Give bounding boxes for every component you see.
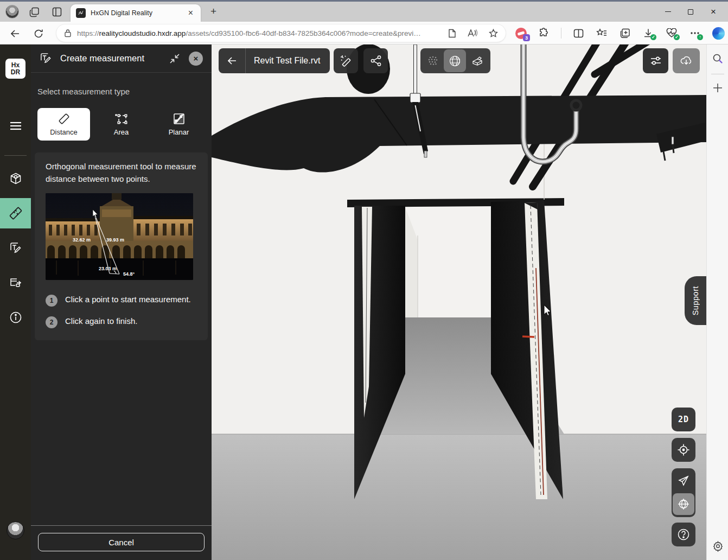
- red-measure-tick: [522, 336, 534, 337]
- hanger-rod: [414, 44, 417, 94]
- edge-sidebar-divider: [711, 74, 724, 74]
- page-document-icon[interactable]: [448, 29, 456, 38]
- measure-type-area[interactable]: Area: [95, 108, 148, 141]
- hxdr-logo[interactable]: Hx DR: [5, 59, 25, 79]
- browser-profile-avatar[interactable]: [5, 5, 19, 18]
- cancel-button[interactable]: Cancel: [38, 533, 205, 551]
- download-button[interactable]: [673, 48, 700, 73]
- sidebar-item-export[interactable]: [0, 268, 31, 298]
- tab-title: HxGN Digital Reality: [91, 9, 186, 17]
- new-tab-button[interactable]: +: [208, 5, 219, 17]
- measurement-example-image: 32.62 m 39.93 m 23.03 m 54.8°: [46, 193, 193, 280]
- measurement-panel-icon: [40, 52, 52, 65]
- copilot-icon[interactable]: [712, 27, 725, 40]
- sidebar-item-measure[interactable]: [0, 198, 31, 228]
- window-maximize-button[interactable]: [679, 4, 702, 20]
- app-sidebar: Hx DR: [0, 44, 31, 560]
- sidebar-item-models[interactable]: [0, 163, 31, 194]
- sidebar-settings-icon[interactable]: [711, 539, 724, 552]
- example-measure-angle: 54.8°: [123, 271, 135, 277]
- extension-badge: 3: [523, 34, 530, 41]
- rod-clamp: [410, 93, 420, 103]
- step-2: 2 Click again to finish.: [46, 315, 197, 328]
- example-measure-bottom: 23.03 m: [99, 266, 117, 271]
- orbit-mode-button[interactable]: [673, 493, 694, 515]
- ruler-icon: [9, 206, 23, 220]
- display-settings-button[interactable]: [643, 48, 668, 73]
- create-measurement-panel: Create measurement × Select measurement …: [31, 44, 212, 560]
- mode-pointcloud-button[interactable]: [422, 49, 444, 72]
- view-2d-button[interactable]: 2D: [672, 408, 695, 431]
- sidebar-item-annotate[interactable]: [0, 233, 31, 263]
- browser-tab[interactable]: HxGN Digital Reality ×: [71, 4, 201, 22]
- planar-icon: [173, 113, 185, 125]
- globe-icon: [677, 498, 690, 511]
- edge-sidebar: [706, 44, 728, 560]
- lock-icon: [64, 29, 72, 37]
- section-label: Select measurement type: [37, 87, 205, 96]
- collections-icon[interactable]: [618, 27, 631, 40]
- tool-description-card: Orthogonal measurement tool to measure d…: [35, 152, 208, 340]
- floor-band: [212, 434, 706, 560]
- share-button[interactable]: [363, 48, 388, 73]
- share-icon: [370, 55, 382, 67]
- panel-title: Create measurement: [60, 53, 167, 63]
- back-button[interactable]: [8, 27, 22, 41]
- toolbar-divider: [561, 28, 561, 39]
- read-aloud-icon[interactable]: [467, 29, 478, 37]
- step-1: 1 Click a point to start measurement.: [46, 293, 197, 307]
- window-minimize-button[interactable]: [656, 4, 679, 20]
- help-button[interactable]: [672, 523, 695, 546]
- navigation-mode-group: [672, 468, 695, 517]
- render-mode-selector: [420, 48, 490, 73]
- favorite-star-icon[interactable]: [489, 29, 498, 38]
- url-text: https://realitycloudstudio.hxdr.app/asse…: [77, 29, 444, 37]
- split-screen-icon[interactable]: [572, 27, 585, 40]
- paper-plane-icon: [678, 475, 689, 487]
- mode-mesh-button[interactable]: [444, 49, 466, 72]
- tab-actions-icon[interactable]: [51, 6, 63, 18]
- step-1-badge: 1: [46, 295, 58, 307]
- close-panel-button[interactable]: ×: [189, 52, 203, 66]
- refresh-button[interactable]: [31, 27, 46, 41]
- workspaces-icon[interactable]: [28, 6, 40, 18]
- viewer-canvas[interactable]: Revit Test File.rvt: [212, 44, 706, 560]
- sliders-icon: [650, 55, 662, 66]
- export-model-icon: [9, 277, 22, 289]
- sidebar-add-icon[interactable]: [711, 81, 724, 94]
- magic-wand-icon: [340, 55, 352, 67]
- model-icon: [471, 55, 484, 67]
- magic-wand-button[interactable]: [334, 48, 358, 73]
- viewer-back-button[interactable]: [219, 48, 246, 73]
- sidebar-divider: [4, 155, 27, 156]
- browser-tab-bar: HxGN Digital Reality × + ×: [0, 2, 728, 22]
- settings-more-icon[interactable]: ↑: [688, 27, 701, 40]
- window-close-button[interactable]: ×: [702, 4, 725, 20]
- downloads-icon[interactable]: ✓: [642, 27, 655, 40]
- distance-ruler-icon: [58, 113, 70, 125]
- menu-button[interactable]: [0, 111, 31, 141]
- collapse-panel-button[interactable]: [167, 51, 182, 66]
- cloud-download-icon: [680, 55, 693, 67]
- area-icon: [115, 113, 128, 125]
- hxdr-favicon-icon: [76, 8, 86, 18]
- measure-type-distance[interactable]: Distance: [37, 108, 90, 141]
- favorites-bar-icon[interactable]: [595, 27, 608, 40]
- tab-close-icon[interactable]: ×: [186, 8, 195, 18]
- tool-description: Orthogonal measurement tool to measure d…: [46, 161, 197, 185]
- browser-essentials-icon[interactable]: ✓: [665, 27, 678, 40]
- locate-button[interactable]: [672, 438, 695, 462]
- address-bar[interactable]: https://realitycloudstudio.hxdr.app/asse…: [56, 24, 506, 42]
- measure-type-planar[interactable]: Planar: [152, 108, 205, 141]
- mode-model-button[interactable]: [466, 49, 488, 72]
- fly-mode-button[interactable]: [672, 468, 695, 493]
- browser-window: HxGN Digital Reality × + × https://reali…: [0, 0, 728, 560]
- sidebar-search-icon[interactable]: [711, 52, 724, 65]
- support-tab[interactable]: Support: [685, 276, 706, 325]
- user-avatar[interactable]: [7, 521, 24, 539]
- example-measure-right: 39.93 m: [106, 237, 124, 243]
- adblock-extension-icon[interactable]: 3: [514, 27, 527, 40]
- crosshair-icon: [677, 443, 690, 456]
- sidebar-item-info[interactable]: [0, 302, 31, 333]
- extensions-icon[interactable]: [538, 27, 551, 40]
